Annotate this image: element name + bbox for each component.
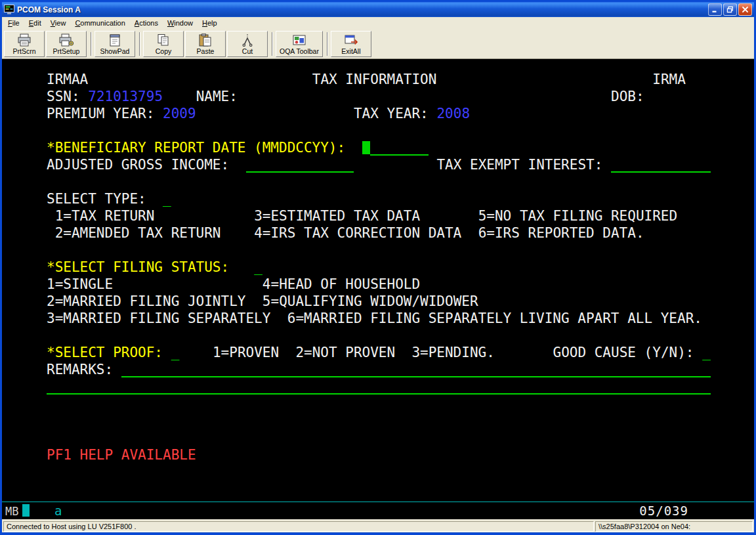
premium-year-value: 2009: [163, 105, 196, 122]
good-cause-input[interactable]: _: [702, 344, 711, 361]
terminal-row-17: *SELECT PROOF:_1=PROVEN 2=NOT PROVEN 3=P…: [47, 344, 754, 361]
remarks-field-line-2[interactable]: [47, 379, 711, 395]
tax-year-label: TAX YEAR:: [354, 105, 429, 122]
menu-item-edit[interactable]: Edit: [24, 18, 46, 29]
window-title: PCOM Session A: [17, 5, 705, 14]
restore-button[interactable]: [723, 3, 737, 16]
proof-options: 1=PROVEN 2=NOT PROVEN 3=PENDING.: [213, 344, 495, 361]
print-screen-icon: [16, 33, 32, 47]
select-type-input[interactable]: _: [163, 190, 171, 207]
beneficiary-report-date-field[interactable]: [370, 140, 429, 156]
close-button[interactable]: [738, 3, 752, 16]
toolbar-separator: [327, 32, 328, 56]
oia-cursor-position: 05/039: [639, 503, 688, 518]
terminal-row-13: 1=SINGLE4=HEAD OF HOUSEHOLD: [47, 276, 754, 293]
toolbar-button-label: ExitAll: [341, 47, 360, 55]
menu-bar: FileEditViewCommunicationActionsWindowHe…: [2, 17, 754, 30]
terminal-row-2: SSN:721013795NAME:DOB:: [47, 88, 754, 105]
type-option-2: 2=AMENDED TAX RETURN: [55, 225, 221, 242]
select-type-label: SELECT TYPE:: [47, 190, 146, 207]
tax-exempt-interest-label: TAX EXEMPT INTEREST:: [436, 156, 602, 173]
menu-item-help[interactable]: Help: [198, 18, 222, 29]
menu-item-view[interactable]: View: [46, 18, 71, 29]
filing-option-6: 6=MARRIED FILING SEPARATELY LIVING APART…: [287, 310, 702, 327]
toolbar-button-prtscrn[interactable]: PrtScrn: [4, 31, 45, 57]
filing-option-5: 5=QUALIFYING WIDOW/WIDOWER: [262, 293, 478, 310]
terminal-screen[interactable]: IRMAATAX INFORMATIONIRMASSN:721013795NAM…: [2, 59, 754, 502]
ssn-value: 721013795: [88, 88, 163, 105]
remarks-label: REMARKS:: [47, 361, 113, 378]
toolbar-button-copy[interactable]: Copy: [143, 31, 184, 57]
toolbar-button-label: Paste: [197, 47, 215, 55]
print-setup-icon: [58, 33, 74, 47]
help-message: PF1 HELP AVAILABLE: [47, 446, 196, 463]
adjusted-gross-income-label: ADJUSTED GROSS INCOME:: [47, 156, 229, 173]
name-label: NAME:: [196, 88, 238, 105]
menu-item-window[interactable]: Window: [163, 18, 198, 29]
toolbar-separator: [139, 32, 140, 56]
paste-icon: [198, 33, 213, 47]
beneficiary-report-date-cursor[interactable]: [362, 141, 371, 154]
type-option-6: 6=IRS REPORTED DATA.: [478, 225, 644, 242]
type-option-3: 3=ESTIMATED TAX DATA: [254, 207, 420, 225]
toolbar-button-prtsetup[interactable]: PrtSetup: [46, 31, 87, 57]
adjusted-gross-income-field[interactable]: [246, 157, 354, 173]
ssn-label: SSN:: [47, 88, 80, 105]
type-option-5: 5=NO TAX FILING REQUIRED: [478, 207, 677, 225]
oia-row: MB a 05/039: [2, 502, 754, 519]
title-bar: PCOM Session A: [2, 2, 754, 17]
close-icon: [742, 6, 749, 13]
scissors-icon: [240, 33, 255, 47]
premium-year-label: PREMIUM YEAR:: [47, 105, 154, 122]
type-option-1: 1=TAX RETURN: [55, 207, 155, 225]
filing-option-4: 4=HEAD OF HOUSEHOLD: [262, 276, 420, 293]
toolbar-button-showpad[interactable]: ShowPad: [94, 31, 135, 57]
filing-status-input[interactable]: _: [254, 259, 262, 276]
copy-icon: [156, 33, 171, 47]
dob-label: DOB:: [611, 88, 644, 105]
filing-option-3: 3=MARRIED FILING SEPARATELY: [47, 310, 270, 327]
terminal-row-9: 1=TAX RETURN3=ESTIMATED TAX DATA5=NO TAX…: [47, 207, 754, 225]
status-link: \\s25faa8\P312004 on Ne04:: [595, 521, 753, 532]
restore-icon: [726, 6, 734, 13]
filing-option-1: 1=SINGLE: [47, 276, 113, 293]
terminal-row-1: IRMAATAX INFORMATIONIRMA: [47, 71, 754, 88]
menu-item-file[interactable]: File: [3, 18, 24, 29]
terminal-row-10: 2=AMENDED TAX RETURN4=IRS TAX CORRECTION…: [47, 225, 754, 242]
toolbar-button-label: PrtSetup: [53, 47, 80, 55]
screen-id-left: IRMAA: [47, 71, 88, 88]
toolbar-button-oqa-toolbar[interactable]: OQA Toolbar: [276, 31, 323, 57]
terminal-row-15: 3=MARRIED FILING SEPARATELY6=MARRIED FIL…: [47, 310, 754, 327]
minimize-button[interactable]: [708, 3, 722, 16]
oia-session-id: a: [54, 503, 62, 518]
oia-shift-indicator: MB: [5, 505, 18, 518]
toolbar-button-label: Cut: [242, 47, 253, 55]
toolbar-button-label: Copy: [156, 47, 172, 55]
beneficiary-report-date-label: *BENEFICIARY REPORT DATE (MMDDCCYY):: [47, 139, 345, 156]
status-connection: Connected to Host using LU V251F800 .: [3, 521, 594, 532]
toolbar-button-label: ShowPad: [100, 47, 130, 55]
status-bar: Connected to Host using LU V251F800 . \\…: [2, 519, 754, 532]
terminal-row-6: ADJUSTED GROSS INCOME:TAX EXEMPT INTERES…: [47, 156, 754, 173]
pcom-window: PCOM Session A FileEditViewCommunication…: [0, 0, 756, 535]
oqa-toolbar-icon: [291, 33, 307, 47]
screen-id-right: IRMA: [652, 71, 686, 88]
select-proof-label: *SELECT PROOF:: [47, 344, 163, 361]
menu-item-actions[interactable]: Actions: [130, 18, 163, 29]
filing-status-label: *SELECT FILING STATUS:: [47, 259, 229, 276]
exit-all-icon: [343, 33, 359, 47]
terminal-row-5: *BENEFICIARY REPORT DATE (MMDDCCYY):: [47, 139, 754, 156]
terminal-area: IRMAATAX INFORMATIONIRMASSN:721013795NAM…: [2, 59, 754, 519]
terminal-row-23: PF1 HELP AVAILABLE: [47, 446, 754, 463]
terminal-row-19: [47, 378, 754, 395]
toolbar-button-exitall[interactable]: ExitAll: [331, 31, 371, 57]
remarks-field-line-1[interactable]: [121, 362, 711, 377]
tax-exempt-interest-field[interactable]: [611, 157, 711, 173]
screen-title: TAX INFORMATION: [312, 71, 437, 88]
menu-item-communication[interactable]: Communication: [70, 18, 129, 29]
toolbar-button-cut[interactable]: Cut: [227, 31, 268, 57]
terminal-row-14: 2=MARRIED FILING JOINTLY5=QUALIFYING WID…: [47, 293, 754, 310]
terminal-row-12: *SELECT FILING STATUS:_: [47, 259, 754, 276]
toolbar-button-paste[interactable]: Paste: [185, 31, 226, 57]
select-proof-input[interactable]: _: [171, 344, 180, 361]
